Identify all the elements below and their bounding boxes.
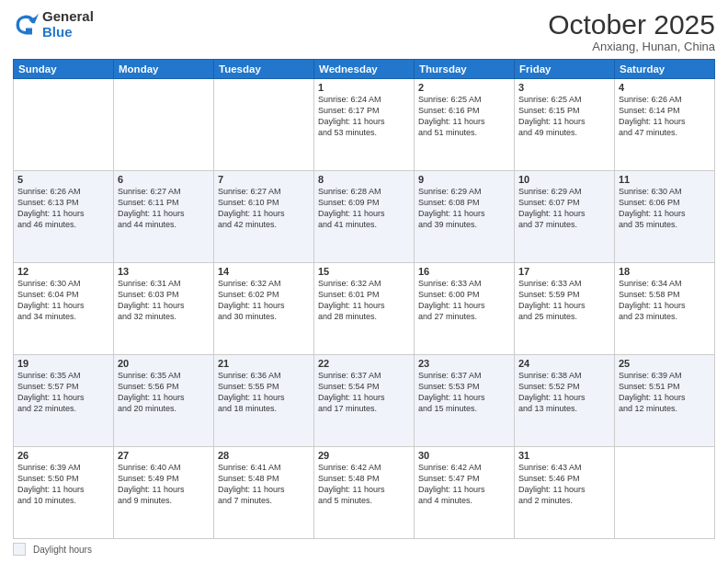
calendar-cell: 17Sunrise: 6:33 AM Sunset: 5:59 PM Dayli… (515, 263, 615, 355)
calendar-week-row: 26Sunrise: 6:39 AM Sunset: 5:50 PM Dayli… (14, 447, 715, 539)
calendar-cell: 11Sunrise: 6:30 AM Sunset: 6:06 PM Dayli… (615, 171, 715, 263)
day-info: Sunrise: 6:25 AM Sunset: 6:15 PM Dayligh… (518, 94, 610, 139)
title-block: October 2025 Anxiang, Hunan, China (548, 9, 715, 53)
daylight-box-icon (13, 543, 26, 556)
calendar-cell: 6Sunrise: 6:27 AM Sunset: 6:11 PM Daylig… (114, 171, 214, 263)
day-info: Sunrise: 6:27 AM Sunset: 6:10 PM Dayligh… (218, 186, 310, 231)
calendar-cell: 10Sunrise: 6:29 AM Sunset: 6:07 PM Dayli… (515, 171, 615, 263)
day-number: 25 (619, 358, 711, 369)
day-info: Sunrise: 6:29 AM Sunset: 6:08 PM Dayligh… (418, 186, 510, 231)
day-info: Sunrise: 6:31 AM Sunset: 6:03 PM Dayligh… (118, 278, 210, 323)
day-number: 12 (17, 266, 109, 277)
day-info: Sunrise: 6:41 AM Sunset: 5:48 PM Dayligh… (218, 462, 310, 507)
calendar-cell: 5Sunrise: 6:26 AM Sunset: 6:13 PM Daylig… (14, 171, 114, 263)
day-info: Sunrise: 6:34 AM Sunset: 5:58 PM Dayligh… (619, 278, 711, 323)
calendar-cell: 22Sunrise: 6:37 AM Sunset: 5:54 PM Dayli… (314, 355, 415, 447)
day-info: Sunrise: 6:28 AM Sunset: 6:09 PM Dayligh… (318, 186, 410, 231)
header-monday: Monday (114, 60, 214, 79)
calendar-cell (114, 79, 214, 171)
day-number: 7 (218, 174, 310, 185)
day-number: 21 (218, 358, 310, 369)
day-info: Sunrise: 6:35 AM Sunset: 5:57 PM Dayligh… (17, 370, 109, 415)
day-number: 6 (118, 174, 210, 185)
day-number: 3 (518, 82, 610, 93)
calendar-cell: 19Sunrise: 6:35 AM Sunset: 5:57 PM Dayli… (14, 355, 114, 447)
calendar-cell: 27Sunrise: 6:40 AM Sunset: 5:49 PM Dayli… (114, 447, 214, 539)
calendar-cell: 3Sunrise: 6:25 AM Sunset: 6:15 PM Daylig… (515, 79, 615, 171)
calendar-cell: 13Sunrise: 6:31 AM Sunset: 6:03 PM Dayli… (114, 263, 214, 355)
day-info: Sunrise: 6:38 AM Sunset: 5:52 PM Dayligh… (518, 370, 610, 415)
logo-general: General (42, 9, 94, 25)
day-info: Sunrise: 6:32 AM Sunset: 6:01 PM Dayligh… (318, 278, 410, 323)
day-info: Sunrise: 6:40 AM Sunset: 5:49 PM Dayligh… (118, 462, 210, 507)
calendar-week-row: 19Sunrise: 6:35 AM Sunset: 5:57 PM Dayli… (14, 355, 715, 447)
location-subtitle: Anxiang, Hunan, China (548, 40, 715, 53)
header-thursday: Thursday (415, 60, 515, 79)
day-info: Sunrise: 6:26 AM Sunset: 6:13 PM Dayligh… (17, 186, 109, 231)
day-number: 1 (318, 82, 410, 93)
calendar-cell: 7Sunrise: 6:27 AM Sunset: 6:10 PM Daylig… (214, 171, 314, 263)
header-wednesday: Wednesday (314, 60, 415, 79)
calendar-cell: 2Sunrise: 6:25 AM Sunset: 6:16 PM Daylig… (415, 79, 515, 171)
logo-blue: Blue (42, 25, 94, 40)
day-number: 17 (518, 266, 610, 277)
day-info: Sunrise: 6:39 AM Sunset: 5:50 PM Dayligh… (17, 462, 109, 507)
day-number: 26 (17, 450, 109, 461)
calendar-cell: 9Sunrise: 6:29 AM Sunset: 6:08 PM Daylig… (415, 171, 515, 263)
day-info: Sunrise: 6:30 AM Sunset: 6:04 PM Dayligh… (17, 278, 109, 323)
logo: General Blue (13, 9, 94, 40)
day-info: Sunrise: 6:25 AM Sunset: 6:16 PM Dayligh… (418, 94, 510, 139)
day-info: Sunrise: 6:35 AM Sunset: 5:56 PM Dayligh… (118, 370, 210, 415)
day-number: 15 (318, 266, 410, 277)
calendar-cell: 15Sunrise: 6:32 AM Sunset: 6:01 PM Dayli… (314, 263, 415, 355)
calendar-table: Sunday Monday Tuesday Wednesday Thursday… (13, 59, 715, 539)
day-number: 19 (17, 358, 109, 369)
calendar-cell: 28Sunrise: 6:41 AM Sunset: 5:48 PM Dayli… (214, 447, 314, 539)
day-number: 22 (318, 358, 410, 369)
calendar-cell: 16Sunrise: 6:33 AM Sunset: 6:00 PM Dayli… (415, 263, 515, 355)
day-number: 8 (318, 174, 410, 185)
day-number: 9 (418, 174, 510, 185)
day-info: Sunrise: 6:33 AM Sunset: 5:59 PM Dayligh… (518, 278, 610, 323)
calendar-cell (615, 447, 715, 539)
calendar-cell: 25Sunrise: 6:39 AM Sunset: 5:51 PM Dayli… (615, 355, 715, 447)
month-title: October 2025 (548, 9, 715, 40)
day-info: Sunrise: 6:24 AM Sunset: 6:17 PM Dayligh… (318, 94, 410, 139)
calendar-cell: 30Sunrise: 6:42 AM Sunset: 5:47 PM Dayli… (415, 447, 515, 539)
day-number: 13 (118, 266, 210, 277)
day-number: 27 (118, 450, 210, 461)
header-sunday: Sunday (14, 60, 114, 79)
day-header-row: Sunday Monday Tuesday Wednesday Thursday… (14, 60, 715, 79)
day-number: 4 (619, 82, 711, 93)
day-info: Sunrise: 6:43 AM Sunset: 5:46 PM Dayligh… (518, 462, 610, 507)
calendar-cell: 14Sunrise: 6:32 AM Sunset: 6:02 PM Dayli… (214, 263, 314, 355)
day-number: 16 (418, 266, 510, 277)
page: General Blue October 2025 Anxiang, Hunan… (0, 0, 728, 563)
day-number: 31 (518, 450, 610, 461)
header-friday: Friday (515, 60, 615, 79)
day-info: Sunrise: 6:29 AM Sunset: 6:07 PM Dayligh… (518, 186, 610, 231)
logo-text: General Blue (42, 9, 94, 40)
day-info: Sunrise: 6:32 AM Sunset: 6:02 PM Dayligh… (218, 278, 310, 323)
day-number: 2 (418, 82, 510, 93)
day-info: Sunrise: 6:27 AM Sunset: 6:11 PM Dayligh… (118, 186, 210, 231)
footer: Daylight hours (13, 543, 715, 556)
day-number: 10 (518, 174, 610, 185)
day-info: Sunrise: 6:37 AM Sunset: 5:54 PM Dayligh… (318, 370, 410, 415)
day-info: Sunrise: 6:39 AM Sunset: 5:51 PM Dayligh… (619, 370, 711, 415)
calendar-week-row: 1Sunrise: 6:24 AM Sunset: 6:17 PM Daylig… (14, 79, 715, 171)
day-info: Sunrise: 6:33 AM Sunset: 6:00 PM Dayligh… (418, 278, 510, 323)
day-info: Sunrise: 6:37 AM Sunset: 5:53 PM Dayligh… (418, 370, 510, 415)
day-info: Sunrise: 6:36 AM Sunset: 5:55 PM Dayligh… (218, 370, 310, 415)
calendar-week-row: 12Sunrise: 6:30 AM Sunset: 6:04 PM Dayli… (14, 263, 715, 355)
header-tuesday: Tuesday (214, 60, 314, 79)
calendar-cell: 20Sunrise: 6:35 AM Sunset: 5:56 PM Dayli… (114, 355, 214, 447)
calendar-cell: 24Sunrise: 6:38 AM Sunset: 5:52 PM Dayli… (515, 355, 615, 447)
calendar-cell: 31Sunrise: 6:43 AM Sunset: 5:46 PM Dayli… (515, 447, 615, 539)
day-info: Sunrise: 6:42 AM Sunset: 5:48 PM Dayligh… (318, 462, 410, 507)
calendar-cell: 12Sunrise: 6:30 AM Sunset: 6:04 PM Dayli… (14, 263, 114, 355)
calendar-cell: 8Sunrise: 6:28 AM Sunset: 6:09 PM Daylig… (314, 171, 415, 263)
calendar-cell: 23Sunrise: 6:37 AM Sunset: 5:53 PM Dayli… (415, 355, 515, 447)
calendar-cell: 1Sunrise: 6:24 AM Sunset: 6:17 PM Daylig… (314, 79, 415, 171)
day-number: 30 (418, 450, 510, 461)
